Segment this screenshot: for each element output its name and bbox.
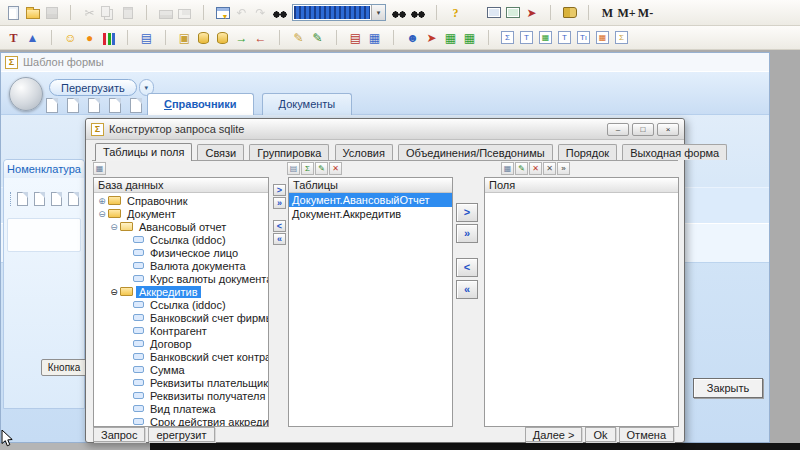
page-icon[interactable] [67, 98, 79, 113]
reload-query-button[interactable]: ерегрузит [148, 427, 214, 442]
books-stack-icon[interactable]: ▤ [346, 28, 365, 47]
tree-item[interactable]: Физическое лицо [94, 246, 268, 259]
dialog-tab[interactable]: Условия [335, 144, 393, 160]
tree-item[interactable]: Ссылка (iddoc) [94, 233, 268, 246]
delete-field-icon[interactable]: ✕ [529, 162, 542, 175]
move-right-button[interactable]: > [456, 203, 478, 222]
login-icon[interactable]: → [232, 28, 251, 47]
page-icon[interactable] [34, 192, 45, 206]
tree-item[interactable]: Ссылка (iddoc) [94, 298, 268, 311]
cut-icon[interactable]: ✂ [80, 3, 99, 22]
move-all-left-small-button[interactable]: « [273, 233, 286, 245]
table-grid-icon[interactable]: ▦ [536, 28, 555, 47]
filter-window-icon[interactable] [213, 3, 232, 22]
reorder-fields-icon[interactable]: » [557, 162, 570, 175]
tree-item[interactable]: Срок действия аккредитива [94, 415, 268, 426]
search-combo[interactable]: ▾ [292, 4, 386, 21]
tree-toggle-icon[interactable]: ⊖ [97, 209, 107, 219]
tree-item[interactable]: ⊕ Справочник [94, 194, 268, 207]
memory-m-plus-button[interactable]: M+ [617, 3, 636, 22]
add-field-icon[interactable]: ▦ [501, 162, 514, 175]
delete-table-icon[interactable]: ✕ [329, 162, 342, 175]
maximize-button[interactable]: □ [632, 123, 654, 136]
print-icon[interactable] [156, 3, 175, 22]
page-icon[interactable] [130, 98, 142, 113]
main-tab[interactable]: Справочники [147, 93, 254, 115]
copy-icon[interactable] [99, 3, 118, 22]
memory-m-minus-button[interactable]: M- [636, 3, 655, 22]
pencil-icon[interactable]: ✎ [308, 28, 327, 47]
table-calendar-icon[interactable]: ▦ [441, 28, 460, 47]
cancel-button[interactable]: Отмена [619, 427, 674, 442]
dialog-tab[interactable]: Группировка [249, 144, 329, 160]
tree-item[interactable]: ⊖ Аккредитив [94, 285, 268, 298]
undo-icon[interactable]: ↶ [232, 3, 251, 22]
tree-item[interactable]: Банковский счет фирмы [94, 311, 268, 324]
tree-item[interactable]: Сумма [94, 363, 268, 376]
screen-report-icon[interactable] [503, 3, 522, 22]
table-calendar2-icon[interactable]: ▦ [460, 28, 479, 47]
books-icon[interactable]: ▤ [137, 28, 156, 47]
combo-dropdown-icon[interactable]: ▾ [371, 5, 385, 20]
search-combo-value[interactable] [294, 6, 370, 19]
close-form-button[interactable]: Закрыть [693, 378, 763, 398]
tree-item[interactable]: Курс валюты документа [94, 272, 268, 285]
move-all-right-button[interactable]: » [456, 224, 478, 243]
table-t1-icon[interactable]: T [517, 28, 536, 47]
table-orange-icon[interactable]: ▦ [593, 28, 612, 47]
tree-item[interactable]: Банковский счет контрагента [94, 350, 268, 363]
tree-toggle-icon[interactable]: ⊖ [109, 222, 119, 232]
tree-item[interactable]: Реквизиты получателя [94, 389, 268, 402]
close-button[interactable]: × [657, 123, 679, 136]
open-box-icon[interactable]: ▣ [175, 28, 194, 47]
move-left-small-button[interactable]: < [273, 220, 286, 232]
reload-button[interactable]: Перегрузить [49, 79, 137, 96]
orange-icon[interactable]: ● [80, 28, 99, 47]
tree-toggle-icon[interactable]: ⊖ [109, 287, 119, 297]
edit-field-icon[interactable]: ✎ [515, 162, 528, 175]
dialog-tab[interactable]: Объединения/Псевдонимы [398, 144, 553, 160]
table-list-item[interactable]: Документ.АвансовыйОтчет [289, 193, 452, 207]
dialog-tab[interactable]: Выходная форма [622, 144, 727, 160]
tree-toggle-icon[interactable]: ⊕ [97, 196, 107, 206]
sigma-doc-icon[interactable]: Σ [612, 28, 631, 47]
edit-table-icon[interactable]: ✎ [315, 162, 328, 175]
sum-table-icon[interactable]: Σ [301, 162, 314, 175]
book-table-icon[interactable]: ▦ [365, 28, 384, 47]
query-button[interactable]: Запрос [93, 427, 145, 442]
tree-item[interactable]: Контрагент [94, 324, 268, 337]
logout-icon[interactable]: ← [251, 28, 270, 47]
redo-icon[interactable]: ↷ [251, 3, 270, 22]
smiley-icon[interactable]: ☺ [61, 28, 80, 47]
tree-item[interactable]: ⊖ Документ [94, 207, 268, 220]
knopka-button[interactable]: Кнопка [41, 359, 87, 376]
tree-item[interactable]: Реквизиты плательщика [94, 376, 268, 389]
table-view-icon[interactable]: ▦ [93, 162, 106, 175]
export-doc-icon[interactable]: ➤ [422, 28, 441, 47]
page-icon[interactable] [68, 192, 79, 206]
open-folder-icon[interactable] [23, 3, 42, 22]
book-icon[interactable] [560, 3, 579, 22]
rename-table-icon[interactable]: ▤ [287, 162, 300, 175]
main-tab[interactable]: Документы [262, 93, 353, 115]
database-export-icon[interactable] [213, 28, 232, 47]
ok-button[interactable]: Ok [585, 427, 615, 442]
dialog-tab[interactable]: Порядок [558, 144, 617, 160]
find-prev-icon[interactable] [408, 3, 427, 22]
app-menu-orb[interactable] [9, 77, 43, 111]
tree-item[interactable]: ⊖ Авансовый отчет [94, 220, 268, 233]
database-doc-icon[interactable] [194, 28, 213, 47]
dialog-tab[interactable]: Связи [197, 144, 244, 160]
minimize-button[interactable]: – [607, 123, 629, 136]
save-icon[interactable] [42, 3, 61, 22]
page-icon[interactable] [51, 192, 62, 206]
table-list-item[interactable]: Документ.Аккредитив [289, 207, 452, 221]
clear-fields-icon[interactable]: ✕ [543, 162, 556, 175]
note-edit-icon[interactable]: ✎ [289, 28, 308, 47]
page-icon[interactable] [88, 98, 100, 113]
help-icon[interactable]: ? [446, 3, 465, 22]
screen-icon[interactable] [484, 3, 503, 22]
page-icon[interactable] [17, 192, 28, 206]
move-all-right-small-button[interactable]: » [273, 197, 286, 209]
tree-item[interactable]: Договор [94, 337, 268, 350]
